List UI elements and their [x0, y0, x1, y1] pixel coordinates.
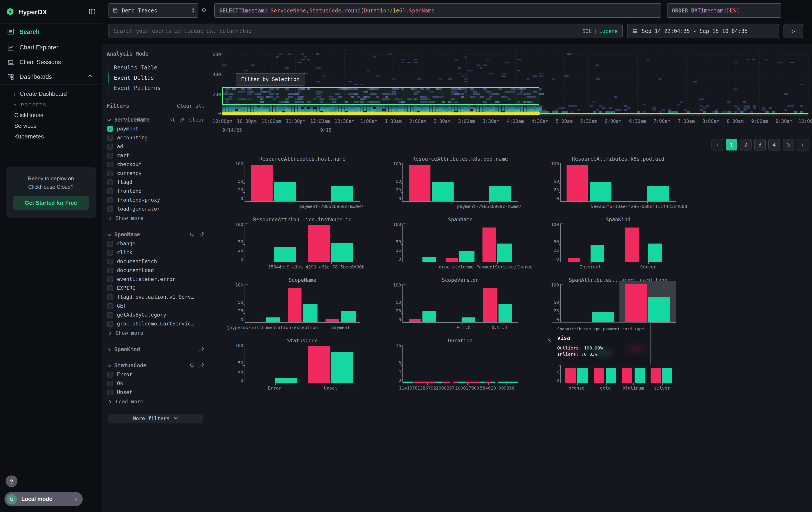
- filter-group-header-spanname[interactable]: SpanName: [107, 230, 205, 239]
- filter-checkbox-row[interactable]: Ok: [107, 379, 205, 388]
- search-icon[interactable]: [190, 363, 195, 368]
- sql-select-input[interactable]: SELECT Timestamp, ServiceName, StatusCod…: [214, 3, 661, 18]
- sidebar-item-chart-explorer[interactable]: Chart Explorer: [0, 40, 102, 55]
- analysis-mode-event-deltas[interactable]: Event Deltas: [108, 73, 205, 83]
- filter-checkbox-row[interactable]: change: [107, 239, 205, 248]
- filter-group-header-servicename[interactable]: ServiceNameClear: [107, 115, 205, 124]
- checkbox-unchecked[interactable]: [107, 170, 113, 176]
- page-button-5[interactable]: 5: [783, 139, 794, 151]
- filter-checkbox-row[interactable]: grpc.oteldemo.CartServic…: [107, 319, 205, 328]
- clear-filter-button[interactable]: Clear: [189, 117, 205, 123]
- chart-plot[interactable]: 10050250: [402, 224, 518, 262]
- filter-checkbox-row[interactable]: accounting: [107, 133, 205, 142]
- checkbox-unchecked[interactable]: [107, 294, 113, 300]
- checkbox-unchecked[interactable]: [107, 179, 113, 185]
- filter-checkbox-row[interactable]: load-generator: [107, 204, 205, 213]
- search-input[interactable]: [113, 28, 582, 34]
- filter-checkbox-row[interactable]: ad: [107, 142, 205, 151]
- checkbox-unchecked[interactable]: [107, 161, 113, 167]
- filter-checkbox-row[interactable]: Unset: [107, 388, 205, 397]
- load-more-button[interactable]: Load more: [107, 397, 205, 406]
- checkbox-unchecked[interactable]: [107, 259, 113, 264]
- filter-checkbox-row[interactable]: documentFetch: [107, 257, 205, 266]
- filter-checkbox-row[interactable]: getAdsByCategory: [107, 310, 205, 319]
- pin-icon[interactable]: [179, 117, 185, 123]
- chart-plot[interactable]: 10050250: [244, 163, 360, 202]
- pin-icon[interactable]: [199, 347, 205, 352]
- filter-checkbox-row[interactable]: Error: [107, 370, 205, 379]
- chart-plot[interactable]: 10050250: [402, 285, 518, 323]
- source-select[interactable]: Demo Traces ▲▼: [109, 3, 198, 18]
- checkbox-unchecked[interactable]: [107, 188, 113, 194]
- filter-checkbox-row[interactable]: cart: [107, 151, 205, 160]
- filter-by-selection-button[interactable]: Filter by Selection: [236, 73, 305, 85]
- filter-checkbox-row[interactable]: checkout: [107, 160, 205, 169]
- checkbox-unchecked[interactable]: [107, 372, 113, 377]
- filter-checkbox-row[interactable]: flagd.evaluation.v1.Serv…: [107, 293, 205, 301]
- filter-checkbox-row[interactable]: GET: [107, 301, 205, 310]
- checkbox-unchecked[interactable]: [107, 267, 113, 273]
- chart-plot[interactable]: 10050250: [560, 224, 676, 262]
- filter-group-header-statuscode[interactable]: StatusCode: [107, 361, 205, 370]
- local-mode-button[interactable]: U Local mode ›: [4, 492, 83, 506]
- pin-icon[interactable]: [199, 232, 205, 238]
- checkbox-unchecked[interactable]: [107, 380, 113, 386]
- query-language-toggle[interactable]: SQL|Lucene: [582, 28, 618, 34]
- create-dashboard-button[interactable]: +Create Dashboard: [0, 88, 102, 99]
- order-by-input[interactable]: ORDER BY Timestamp DESC: [667, 3, 781, 18]
- sidebar-item-dashboards[interactable]: Dashboards: [0, 70, 102, 84]
- page-button-4[interactable]: 4: [768, 139, 780, 151]
- run-query-button[interactable]: ▷: [784, 24, 803, 38]
- sidebar-item-client-sessions[interactable]: Client Sessions: [0, 55, 102, 70]
- filter-checkbox-row[interactable]: EXPIRE: [107, 284, 205, 293]
- checkbox-unchecked[interactable]: [107, 321, 113, 327]
- filter-checkbox-row[interactable]: documentLoad: [107, 266, 205, 275]
- time-range-picker[interactable]: Sep 14 22:04:35 - Sep 15 10:04:35: [627, 24, 779, 38]
- chart-plot[interactable]: 10050250: [244, 224, 360, 262]
- checkbox-unchecked[interactable]: [107, 312, 113, 318]
- sidebar-collapse-icon[interactable]: [88, 8, 96, 15]
- chart-plot[interactable]: 10050250: [402, 163, 518, 202]
- gear-icon[interactable]: ⚙: [202, 6, 206, 14]
- sidebar-item-search[interactable]: Search: [0, 24, 102, 39]
- checkbox-unchecked[interactable]: [107, 206, 113, 212]
- filter-checkbox-row[interactable]: currency: [107, 169, 205, 178]
- chart-plot[interactable]: 10050250: [560, 285, 676, 323]
- prev-page-button[interactable]: ‹: [712, 139, 723, 151]
- show-more-button[interactable]: Show more: [107, 213, 205, 223]
- presets-toggle[interactable]: PRESETS: [0, 99, 102, 110]
- filter-group-header-spankind[interactable]: SpanKind: [107, 345, 205, 354]
- filter-checkbox-row[interactable]: eventListener.error: [107, 275, 205, 284]
- checkbox-unchecked[interactable]: [107, 197, 113, 203]
- chart-plot[interactable]: 10050250: [244, 345, 360, 383]
- pin-icon[interactable]: [199, 362, 205, 369]
- chart-plot[interactable]: 10050250: [244, 285, 360, 323]
- checkbox-unchecked[interactable]: [107, 135, 113, 140]
- filter-checkbox-row[interactable]: click: [107, 248, 205, 257]
- filter-checkbox-row[interactable]: frontend: [107, 187, 205, 195]
- search-icon[interactable]: [190, 232, 195, 237]
- checkbox-unchecked[interactable]: [107, 285, 113, 291]
- filter-checkbox-row[interactable]: ✓payment: [107, 124, 205, 133]
- checkbox-unchecked[interactable]: [107, 389, 113, 395]
- clear-all-button[interactable]: Clear all: [177, 103, 205, 109]
- more-filters-button[interactable]: More filters: [108, 413, 203, 423]
- page-button-1[interactable]: 1: [726, 139, 737, 151]
- preset-item-clickhouse[interactable]: ClickHouse: [0, 110, 102, 120]
- checkbox-unchecked[interactable]: [107, 153, 113, 158]
- get-started-button[interactable]: Get Started for Free: [13, 196, 89, 210]
- page-button-2[interactable]: 2: [740, 139, 752, 151]
- chart-plot[interactable]: 10050250: [560, 163, 676, 202]
- checkbox-unchecked[interactable]: [107, 249, 113, 255]
- heatmap-plot[interactable]: Filter by Selection: [222, 50, 808, 116]
- show-more-button[interactable]: Show more: [107, 328, 205, 338]
- preset-item-services[interactable]: Services: [0, 120, 102, 131]
- help-button[interactable]: ?: [6, 476, 17, 487]
- checkbox-checked[interactable]: ✓: [107, 126, 113, 132]
- filter-checkbox-row[interactable]: flagd: [107, 178, 205, 187]
- next-page-button[interactable]: ›: [797, 139, 808, 151]
- filter-checkbox-row[interactable]: frontend-proxy: [107, 195, 205, 204]
- preset-item-kubernetes[interactable]: Kubernetes: [0, 131, 102, 141]
- analysis-mode-event-patterns[interactable]: Event Patterns: [108, 83, 205, 93]
- checkbox-unchecked[interactable]: [107, 276, 113, 282]
